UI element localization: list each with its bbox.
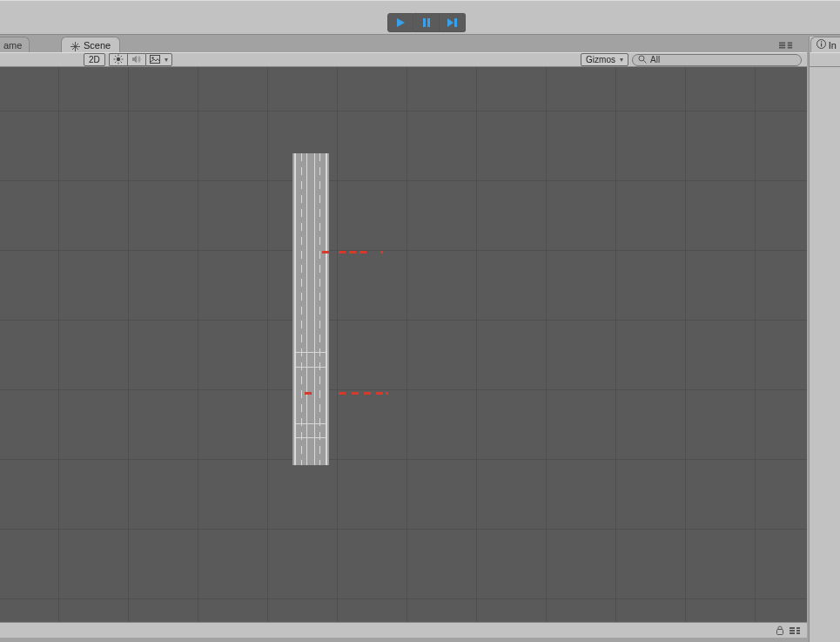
svg-rect-1	[423, 18, 426, 27]
gizmo-marker	[376, 392, 383, 395]
step-button[interactable]	[440, 13, 466, 32]
status-bar	[0, 622, 807, 638]
tab-label: In	[829, 40, 837, 51]
toggle-audio[interactable]	[127, 53, 145, 66]
svg-rect-2	[427, 18, 430, 27]
scene-grid	[0, 67, 807, 622]
scene-viewport[interactable]	[0, 67, 807, 622]
toggle-2d-label: 2D	[89, 55, 100, 64]
search-input[interactable]	[650, 55, 796, 64]
svg-rect-34	[790, 630, 795, 632]
gizmo-marker	[364, 392, 371, 395]
play-control-bar	[0, 0, 840, 35]
sun-icon	[113, 54, 124, 66]
svg-rect-11	[779, 47, 785, 49]
scene-toolbar: 2D ▾ Gizmos ▾	[0, 52, 807, 67]
svg-line-22	[120, 56, 121, 57]
svg-point-15	[117, 57, 120, 60]
chevron-down-icon: ▾	[620, 56, 623, 64]
svg-marker-24	[132, 55, 137, 63]
svg-rect-36	[796, 627, 800, 629]
gizmo-marker	[386, 392, 388, 395]
chevron-down-icon: ▾	[165, 56, 168, 64]
svg-line-23	[115, 61, 116, 62]
gizmo-marker	[339, 392, 346, 395]
svg-rect-10	[779, 44, 785, 46]
play-controls	[387, 13, 466, 32]
search-icon	[638, 55, 647, 65]
svg-rect-30	[821, 44, 822, 47]
svg-line-20	[115, 56, 116, 57]
gizmo-marker	[322, 251, 329, 253]
svg-marker-0	[397, 18, 405, 27]
svg-rect-38	[796, 632, 800, 634]
svg-rect-33	[790, 627, 795, 629]
svg-rect-4	[454, 18, 457, 27]
toggle-fx-dropdown[interactable]: ▾	[145, 53, 172, 66]
pause-button[interactable]	[413, 13, 440, 32]
tab-scene[interactable]: Scene	[61, 37, 120, 52]
svg-line-28	[643, 60, 646, 63]
toggle-2d[interactable]: 2D	[84, 53, 105, 66]
svg-rect-37	[796, 630, 800, 632]
scene-search[interactable]	[632, 54, 802, 66]
svg-marker-3	[447, 18, 454, 27]
svg-point-26	[151, 57, 153, 58]
gizmo-marker	[360, 251, 366, 253]
svg-rect-14	[788, 47, 792, 49]
svg-rect-31	[821, 41, 822, 42]
gizmo-marker	[349, 251, 356, 253]
svg-rect-32	[777, 630, 783, 635]
svg-rect-13	[788, 44, 792, 46]
gizmos-label: Gizmos	[586, 55, 615, 64]
gizmo-marker	[339, 251, 346, 253]
toggle-lighting[interactable]	[109, 53, 127, 66]
scene-icon	[71, 40, 80, 50]
tab-inspector-partial[interactable]: In	[810, 37, 840, 52]
tab-label: Scene	[84, 37, 111, 53]
lock-icon[interactable]	[776, 625, 784, 635]
tab-row: Scene	[0, 37, 840, 52]
svg-line-21	[120, 61, 121, 62]
svg-point-27	[639, 56, 644, 61]
panel-options-icon[interactable]	[779, 42, 793, 49]
gizmo-marker	[380, 251, 383, 253]
inspector-panel-partial: In	[809, 37, 840, 642]
svg-rect-12	[788, 42, 792, 44]
gizmo-marker	[352, 392, 359, 395]
picture-icon	[150, 55, 160, 65]
panel-menu-icon[interactable]	[790, 627, 800, 634]
speaker-icon	[131, 54, 142, 66]
info-icon	[816, 39, 826, 51]
svg-rect-9	[779, 42, 785, 44]
road-object[interactable]	[292, 153, 329, 465]
svg-rect-35	[790, 632, 795, 634]
play-button[interactable]	[387, 13, 413, 32]
gizmos-dropdown[interactable]: Gizmos ▾	[581, 53, 628, 66]
gizmo-marker	[305, 392, 312, 395]
